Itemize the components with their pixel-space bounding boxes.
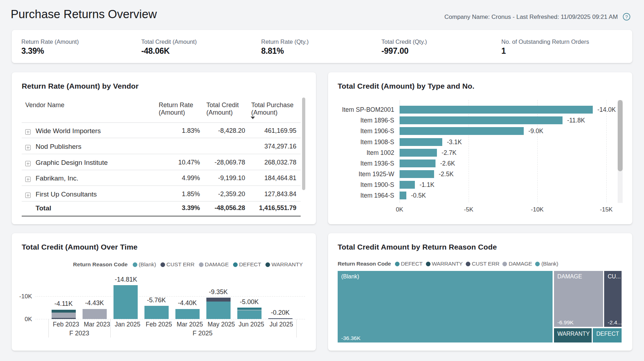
svg-text:?: ? bbox=[625, 14, 628, 20]
